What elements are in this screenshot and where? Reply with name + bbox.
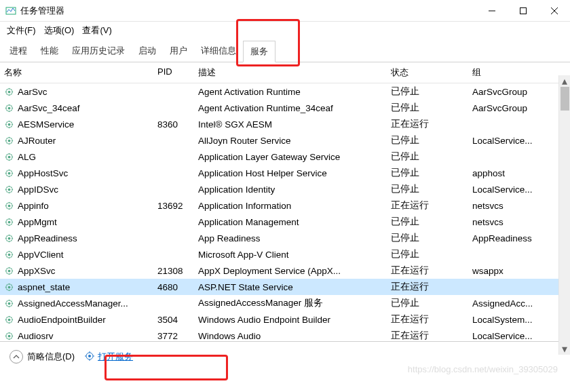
svg-point-16: [8, 172, 11, 174]
table-row[interactable]: AppReadinessApp Readiness已停止AppReadiness: [0, 230, 570, 246]
table-row[interactable]: AudioEndpointBuilder3504Windows Audio En…: [0, 311, 570, 328]
scroll-down-arrow[interactable]: ▾: [559, 343, 570, 355]
service-desc: AppX Deployment Service (AppX...: [194, 266, 387, 276]
service-name: AppIDSvc: [18, 184, 58, 195]
service-status: 已停止: [387, 134, 468, 146]
service-gear-icon: [4, 298, 14, 309]
service-desc: Agent Activation Runtime: [194, 87, 387, 97]
service-group: AarSvcGroup: [468, 103, 550, 113]
service-group: netsvcs: [468, 217, 550, 227]
service-status: 已停止: [387, 151, 468, 163]
service-status: 已停止: [387, 216, 468, 228]
service-status: 正在运行: [387, 264, 468, 277]
tab-详细信息[interactable]: 详细信息: [194, 41, 243, 62]
service-status: 正在运行: [387, 118, 468, 130]
table-row[interactable]: ALGApplication Layer Gateway Service已停止: [0, 149, 570, 165]
svg-point-24: [8, 237, 11, 239]
footer: 简略信息(D) 打开服务: [0, 342, 570, 372]
table-row[interactable]: AppHostSvcApplication Host Helper Servic…: [0, 165, 570, 181]
service-status: 已停止: [387, 102, 468, 114]
svg-point-28: [8, 269, 11, 272]
service-pid: 3772: [153, 331, 194, 341]
table-body: AarSvcAgent Activation Runtime已停止AarSvcG…: [0, 83, 570, 342]
svg-point-10: [8, 123, 11, 125]
svg-point-18: [8, 188, 11, 191]
tab-用户[interactable]: 用户: [163, 41, 194, 62]
service-desc: Agent Activation Runtime_34ceaf: [194, 103, 387, 113]
service-group: LocalService...: [468, 184, 550, 195]
service-desc: App Readiness: [194, 233, 387, 243]
maximize-button[interactable]: [508, 0, 539, 21]
vertical-scrollbar[interactable]: ▴ ▾: [558, 75, 570, 355]
svg-point-22: [8, 220, 11, 223]
service-desc: Application Identity: [194, 184, 387, 195]
app-icon: [5, 5, 16, 16]
service-gear-icon: [4, 201, 14, 211]
menu-options[interactable]: 选项(O): [44, 24, 75, 37]
service-group: LocalService...: [468, 136, 550, 146]
service-gear-icon: [4, 266, 14, 276]
table-row[interactable]: AppVClientMicrosoft App-V Client已停止: [0, 246, 570, 262]
tabbar: 进程性能应用历史记录启动用户详细信息服务: [0, 41, 570, 62]
chevron-up-icon: [10, 350, 23, 364]
tab-服务[interactable]: 服务: [243, 41, 276, 62]
svg-point-32: [8, 302, 11, 305]
table-row[interactable]: Appinfo13692Application Information正在运行n…: [0, 197, 570, 214]
table-row[interactable]: AppXSvc21308AppX Deployment Service (App…: [0, 262, 570, 279]
service-status: 已停止: [387, 85, 468, 98]
tab-进程[interactable]: 进程: [3, 41, 34, 62]
col-header-pid[interactable]: PID: [153, 66, 194, 79]
tab-应用历史记录[interactable]: 应用历史记录: [65, 41, 132, 62]
service-name: AppReadiness: [18, 233, 77, 243]
fewer-details-button[interactable]: 简略信息(D): [10, 350, 75, 364]
table-row[interactable]: AarSvcAgent Activation Runtime已停止AarSvcG…: [0, 83, 570, 100]
table-row[interactable]: AssignedAccessManager...AssignedAccessMa…: [0, 295, 570, 311]
service-gear-icon: [4, 152, 14, 162]
service-name: AppXSvc: [18, 266, 56, 276]
service-desc: AllJoyn Router Service: [194, 136, 387, 146]
service-desc: Application Layer Gateway Service: [194, 152, 387, 162]
col-header-group[interactable]: 组: [468, 66, 550, 79]
open-services-label: 打开服务: [98, 351, 133, 363]
svg-point-12: [8, 139, 11, 142]
table-row[interactable]: AppMgmtApplication Management已停止netsvcs: [0, 214, 570, 230]
table-row[interactable]: AppIDSvcApplication Identity已停止LocalServ…: [0, 181, 570, 197]
service-group: AarSvcGroup: [468, 87, 550, 97]
table-row[interactable]: AESMService8360Intel® SGX AESM正在运行: [0, 116, 570, 132]
svg-point-38: [88, 355, 91, 357]
scroll-thumb[interactable]: [560, 87, 569, 111]
table-row[interactable]: Audiosrv3772Windows Audio正在运行LocalServic…: [0, 328, 570, 342]
service-pid: 21308: [153, 266, 194, 276]
service-name: AssignedAccessManager...: [18, 298, 128, 309]
minimize-button[interactable]: [476, 0, 508, 21]
service-gear-icon: [4, 331, 14, 341]
menu-file[interactable]: 文件(F): [7, 24, 36, 37]
table-row[interactable]: AarSvc_34ceafAgent Activation Runtime_34…: [0, 100, 570, 116]
scroll-up-arrow[interactable]: ▴: [559, 75, 570, 87]
tab-启动[interactable]: 启动: [132, 41, 163, 62]
col-header-desc[interactable]: 描述: [194, 66, 387, 79]
service-name: AudioEndpointBuilder: [18, 315, 106, 325]
service-name: AarSvc_34ceaf: [18, 103, 80, 113]
service-pid: 4680: [153, 282, 194, 292]
menu-view[interactable]: 查看(V): [82, 24, 111, 37]
service-desc: Windows Audio Endpoint Builder: [194, 315, 387, 325]
service-pid: 8360: [153, 119, 194, 130]
svg-rect-2: [520, 7, 527, 14]
service-name: ALG: [18, 152, 36, 162]
service-status: 已停止: [387, 183, 468, 195]
close-button[interactable]: [539, 0, 570, 21]
table-row[interactable]: AJRouterAllJoyn Router Service已停止LocalSe…: [0, 132, 570, 149]
tab-性能[interactable]: 性能: [34, 41, 65, 62]
open-services-link[interactable]: 打开服务: [84, 351, 133, 364]
svg-point-14: [8, 155, 11, 158]
service-gear-icon: [4, 103, 14, 113]
col-header-status[interactable]: 状态: [387, 66, 468, 79]
service-desc: Application Information: [194, 201, 387, 211]
fewer-details-label: 简略信息(D): [27, 351, 75, 363]
service-status: 正在运行: [387, 281, 468, 293]
col-header-name[interactable]: 名称: [0, 66, 153, 79]
service-name: Audiosrv: [18, 331, 54, 341]
service-status: 已停止: [387, 232, 468, 244]
table-row[interactable]: aspnet_state4680ASP.NET State Service正在运…: [0, 279, 570, 295]
